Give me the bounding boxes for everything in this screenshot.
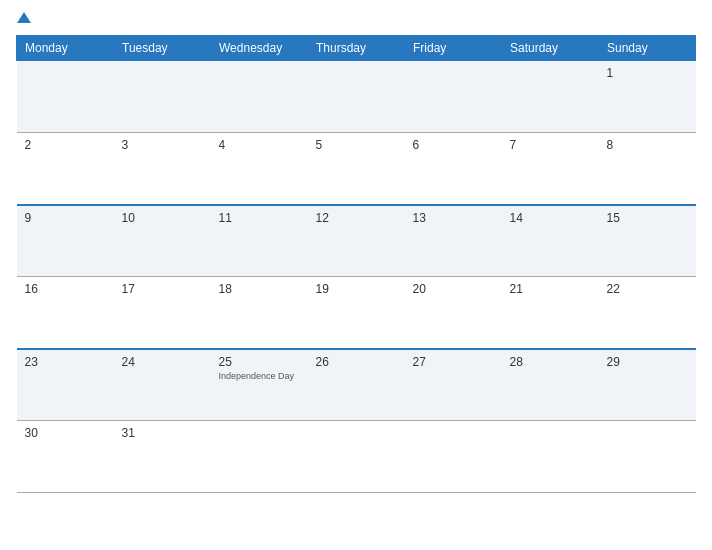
calendar-week-row: 2345678 bbox=[17, 133, 696, 205]
calendar-cell: 18 bbox=[211, 277, 308, 349]
calendar-cell: 27 bbox=[405, 349, 502, 421]
weekday-header-friday: Friday bbox=[405, 36, 502, 61]
day-number: 2 bbox=[25, 138, 106, 152]
day-number: 15 bbox=[607, 211, 688, 225]
calendar-cell: 14 bbox=[502, 205, 599, 277]
day-number: 29 bbox=[607, 355, 688, 369]
calendar-week-row: 16171819202122 bbox=[17, 277, 696, 349]
day-number: 18 bbox=[219, 282, 300, 296]
day-number: 19 bbox=[316, 282, 397, 296]
day-number: 25 bbox=[219, 355, 300, 369]
day-number: 31 bbox=[122, 426, 203, 440]
day-number: 4 bbox=[219, 138, 300, 152]
calendar-grid: MondayTuesdayWednesdayThursdayFridaySatu… bbox=[16, 35, 696, 493]
calendar-cell bbox=[502, 61, 599, 133]
day-number: 23 bbox=[25, 355, 106, 369]
day-number: 16 bbox=[25, 282, 106, 296]
calendar-cell: 12 bbox=[308, 205, 405, 277]
day-number: 28 bbox=[510, 355, 591, 369]
calendar-cell: 22 bbox=[599, 277, 696, 349]
day-number: 14 bbox=[510, 211, 591, 225]
holiday-label: Independence Day bbox=[219, 371, 300, 381]
calendar-cell bbox=[114, 61, 211, 133]
day-number: 5 bbox=[316, 138, 397, 152]
calendar-cell bbox=[308, 61, 405, 133]
calendar-cell bbox=[211, 421, 308, 493]
weekday-header-tuesday: Tuesday bbox=[114, 36, 211, 61]
day-number: 1 bbox=[607, 66, 688, 80]
weekday-header-monday: Monday bbox=[17, 36, 114, 61]
calendar-cell: 7 bbox=[502, 133, 599, 205]
day-number: 20 bbox=[413, 282, 494, 296]
day-number: 8 bbox=[607, 138, 688, 152]
calendar-cell bbox=[17, 61, 114, 133]
calendar-cell: 30 bbox=[17, 421, 114, 493]
logo bbox=[16, 12, 32, 25]
calendar-cell: 15 bbox=[599, 205, 696, 277]
calendar-cell: 17 bbox=[114, 277, 211, 349]
calendar-week-row: 9101112131415 bbox=[17, 205, 696, 277]
day-number: 26 bbox=[316, 355, 397, 369]
calendar-cell: 24 bbox=[114, 349, 211, 421]
calendar-cell: 5 bbox=[308, 133, 405, 205]
calendar-cell bbox=[308, 421, 405, 493]
day-number: 3 bbox=[122, 138, 203, 152]
calendar-cell: 28 bbox=[502, 349, 599, 421]
day-number: 21 bbox=[510, 282, 591, 296]
calendar-week-row: 3031 bbox=[17, 421, 696, 493]
calendar-cell: 10 bbox=[114, 205, 211, 277]
calendar-cell: 26 bbox=[308, 349, 405, 421]
calendar-cell: 25Independence Day bbox=[211, 349, 308, 421]
day-number: 9 bbox=[25, 211, 106, 225]
day-number: 17 bbox=[122, 282, 203, 296]
weekday-header-sunday: Sunday bbox=[599, 36, 696, 61]
calendar-cell: 11 bbox=[211, 205, 308, 277]
calendar-cell: 20 bbox=[405, 277, 502, 349]
weekday-header-thursday: Thursday bbox=[308, 36, 405, 61]
calendar-cell: 21 bbox=[502, 277, 599, 349]
calendar-cell: 13 bbox=[405, 205, 502, 277]
calendar-cell: 19 bbox=[308, 277, 405, 349]
weekday-header-wednesday: Wednesday bbox=[211, 36, 308, 61]
calendar-cell: 8 bbox=[599, 133, 696, 205]
weekday-header-row: MondayTuesdayWednesdayThursdayFridaySatu… bbox=[17, 36, 696, 61]
calendar-cell bbox=[405, 421, 502, 493]
calendar-week-row: 1 bbox=[17, 61, 696, 133]
logo-triangle-icon bbox=[17, 12, 31, 23]
day-number: 11 bbox=[219, 211, 300, 225]
day-number: 30 bbox=[25, 426, 106, 440]
calendar-cell bbox=[405, 61, 502, 133]
calendar-cell: 9 bbox=[17, 205, 114, 277]
calendar-cell: 6 bbox=[405, 133, 502, 205]
day-number: 24 bbox=[122, 355, 203, 369]
calendar-header bbox=[16, 12, 696, 25]
calendar-cell bbox=[502, 421, 599, 493]
calendar-cell: 29 bbox=[599, 349, 696, 421]
calendar-week-row: 232425Independence Day26272829 bbox=[17, 349, 696, 421]
day-number: 13 bbox=[413, 211, 494, 225]
calendar-cell: 3 bbox=[114, 133, 211, 205]
calendar-container: MondayTuesdayWednesdayThursdayFridaySatu… bbox=[0, 0, 712, 550]
day-number: 10 bbox=[122, 211, 203, 225]
calendar-cell bbox=[211, 61, 308, 133]
calendar-cell: 1 bbox=[599, 61, 696, 133]
weekday-header-saturday: Saturday bbox=[502, 36, 599, 61]
day-number: 12 bbox=[316, 211, 397, 225]
day-number: 27 bbox=[413, 355, 494, 369]
day-number: 6 bbox=[413, 138, 494, 152]
calendar-cell: 23 bbox=[17, 349, 114, 421]
day-number: 22 bbox=[607, 282, 688, 296]
calendar-cell: 4 bbox=[211, 133, 308, 205]
calendar-cell: 2 bbox=[17, 133, 114, 205]
calendar-cell bbox=[599, 421, 696, 493]
calendar-cell: 31 bbox=[114, 421, 211, 493]
day-number: 7 bbox=[510, 138, 591, 152]
calendar-cell: 16 bbox=[17, 277, 114, 349]
